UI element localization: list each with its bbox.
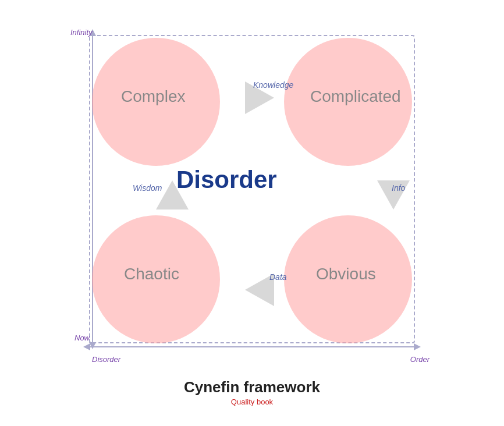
wisdom-transition-label: Wisdom xyxy=(133,183,162,193)
arrow-left-icon xyxy=(83,343,90,350)
complex-label: Complex xyxy=(121,87,185,106)
order-axis-label: Order xyxy=(410,355,430,364)
complicated-label: Complicated xyxy=(310,87,401,106)
chaotic-label: Chaotic xyxy=(124,265,179,283)
data-transition-label: Data xyxy=(269,272,287,282)
knowledge-transition-label: Knowledge xyxy=(253,80,293,90)
y-axis-line xyxy=(92,36,93,342)
footer: Cynefin framework Quality book xyxy=(184,378,320,406)
framework-title: Cynefin framework xyxy=(184,378,320,396)
brand-label: Quality book xyxy=(184,397,320,406)
now-label: Now xyxy=(74,333,90,342)
disorder-center-label: Disorder xyxy=(176,166,277,194)
cynefin-diagram: Infinity Now Disorder Order Complex Comp… xyxy=(42,12,462,372)
info-transition-label: Info xyxy=(392,183,405,193)
obvious-label: Obvious xyxy=(316,265,376,283)
arrow-right-icon xyxy=(414,343,421,350)
x-axis xyxy=(83,343,421,350)
y-axis xyxy=(89,29,96,349)
infinity-label: Infinity xyxy=(70,28,93,37)
disorder-axis-label: Disorder xyxy=(92,355,120,364)
x-axis-line xyxy=(90,346,414,347)
